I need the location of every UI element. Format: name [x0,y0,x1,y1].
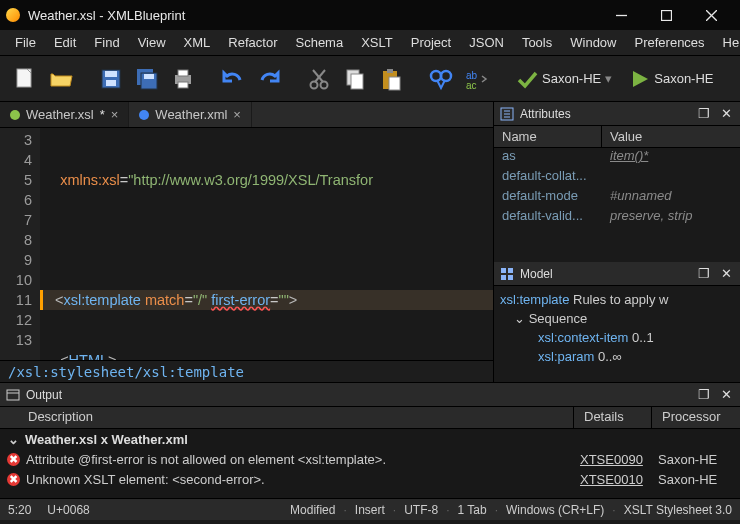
status-doctype[interactable]: XSLT Stylesheet 3.0 [616,503,740,517]
find-icon[interactable] [424,62,458,96]
save-icon[interactable] [94,62,128,96]
tab-label: Weather.xsl [26,107,94,122]
close-icon[interactable]: ✕ [718,387,734,403]
open-file-icon[interactable] [44,62,78,96]
check-icon [516,68,538,90]
close-icon[interactable]: ✕ [718,106,734,122]
menu-tools[interactable]: Tools [513,31,561,54]
close-icon[interactable]: × [111,107,119,122]
menubar: File Edit Find View XML Refactor Schema … [0,30,740,56]
svg-rect-34 [508,275,513,280]
model-header: Model ❐ ✕ [494,262,740,286]
svg-rect-19 [351,74,363,89]
dot-icon [139,110,149,120]
status-insert[interactable]: Insert [347,503,393,517]
menu-json[interactable]: JSON [460,31,513,54]
status-codepoint[interactable]: U+0068 [39,503,97,517]
status-encoding[interactable]: UTF-8 [396,503,446,517]
table-row[interactable]: default-mode#unnamed [494,188,740,208]
paste-icon[interactable] [374,62,408,96]
table-row[interactable]: default-valid...preserve, strip [494,208,740,228]
svg-rect-4 [17,69,31,87]
minimize-button[interactable] [599,0,644,30]
undo-icon[interactable] [216,62,250,96]
col-name[interactable]: Name [494,126,602,147]
svg-rect-7 [106,80,116,86]
table-row[interactable]: asitem()* [494,148,740,168]
model-body[interactable]: xsl:template Rules to apply w ⌄ Sequence… [494,286,740,382]
tab-weather-xml[interactable]: Weather.xml × [129,102,252,127]
table-row[interactable]: default-collat... [494,168,740,188]
window-title: Weather.xsl - XMLBlueprint [28,8,599,23]
dot-icon [10,110,20,120]
svg-rect-32 [508,268,513,273]
titlebar: Weather.xsl - XMLBlueprint [0,0,740,30]
svg-rect-10 [144,74,154,79]
chevron-down-icon[interactable]: ⌄ [8,432,19,447]
menu-file[interactable]: File [6,31,45,54]
new-file-icon[interactable] [8,62,42,96]
menu-help[interactable]: Help [714,31,740,54]
copy-icon[interactable] [338,62,372,96]
svg-text:ac: ac [466,80,477,89]
validate-button[interactable]: Saxon-HE ▾ [510,66,618,92]
attributes-icon [500,107,514,121]
svg-point-15 [321,81,328,88]
output-group[interactable]: ⌄ Weather.xsl x Weather.xml [0,429,740,449]
col-value[interactable]: Value [602,126,740,147]
close-icon[interactable]: ✕ [718,266,734,282]
replace-icon[interactable]: abac [460,62,494,96]
status-tab[interactable]: 1 Tab [450,503,495,517]
chevron-down-icon[interactable]: ⌄ [514,311,525,326]
col-processor[interactable]: Processor [652,407,740,428]
restore-icon[interactable]: ❐ [696,387,712,403]
code-editor[interactable]: 345678910111213 xmlns:xsl="http://www.w3… [0,128,493,360]
redo-icon[interactable] [252,62,286,96]
error-icon: ✖ [7,473,20,486]
status-eol[interactable]: Windows (CR+LF) [498,503,612,517]
cut-icon[interactable] [302,62,336,96]
menu-window[interactable]: Window [561,31,625,54]
attributes-table: Name Value asitem()* default-collat... d… [494,126,740,262]
breadcrumb[interactable]: /xsl:stylesheet/xsl:template [0,360,493,382]
col-|details[interactable]: Details [574,407,652,428]
maximize-button[interactable] [644,0,689,30]
menu-refactor[interactable]: Refactor [219,31,286,54]
model-icon [500,267,514,281]
svg-rect-35 [7,390,19,400]
save-all-icon[interactable] [130,62,164,96]
menu-xml[interactable]: XML [175,31,220,54]
tab-weather-xsl[interactable]: Weather.xsl * × [0,102,129,127]
menu-find[interactable]: Find [85,31,128,54]
menu-view[interactable]: View [129,31,175,54]
close-icon[interactable]: × [233,107,241,122]
print-icon[interactable] [166,62,200,96]
svg-line-16 [315,70,325,82]
restore-icon[interactable]: ❐ [696,266,712,282]
svg-rect-1 [662,10,672,20]
menu-preferences[interactable]: Preferences [626,31,714,54]
menu-schema[interactable]: Schema [286,31,352,54]
output-table-header: Description Details Processor [0,407,740,429]
attributes-header: Attributes ❐ ✕ [494,102,740,126]
side-pane: Attributes ❐ ✕ Name Value asitem()* defa… [494,102,740,382]
status-pos[interactable]: 5:20 [0,503,39,517]
output-icon [6,388,20,402]
restore-icon[interactable]: ❐ [696,106,712,122]
menu-edit[interactable]: Edit [45,31,85,54]
menu-xslt[interactable]: XSLT [352,31,402,54]
gutter: 345678910111213 [0,128,40,360]
code-body[interactable]: xmlns:xsl="http://www.w3.org/1999/XSL/Tr… [40,128,493,360]
menu-project[interactable]: Project [402,31,460,54]
run-button[interactable]: Saxon-HE [624,67,719,91]
svg-line-17 [313,70,323,82]
tab-label: Weather.xml [155,107,227,122]
output-row[interactable]: ✖ Attribute @first-error is not allowed … [0,449,740,469]
run-label: Saxon-HE [654,71,713,86]
editor-pane: Weather.xsl * × Weather.xml × 3456789101… [0,102,494,382]
col-description[interactable]: Description [0,407,574,428]
tabbar: Weather.xsl * × Weather.xml × [0,102,493,128]
output-row[interactable]: ✖ Unknown XSLT element: <second-error>. … [0,469,740,489]
close-button[interactable] [689,0,734,30]
svg-rect-12 [178,70,188,76]
